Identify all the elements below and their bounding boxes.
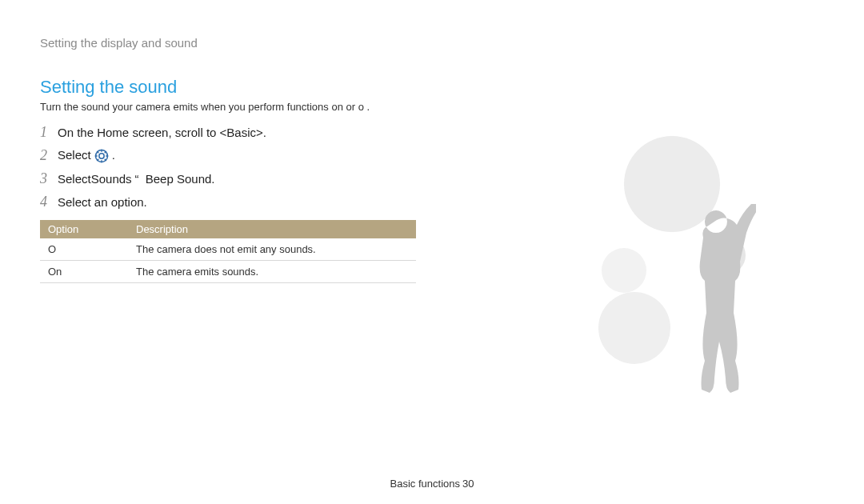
table-row: On The camera emits sounds. bbox=[40, 261, 416, 283]
step-suffix: . bbox=[112, 148, 115, 162]
cell-option: On bbox=[40, 261, 128, 283]
cell-description: The camera does not emit any sounds. bbox=[128, 238, 416, 261]
step-text: SelectSounds“ Beep Sound. bbox=[58, 172, 215, 186]
step-suffix: . bbox=[211, 172, 214, 186]
step-mid-b: Beep Sound bbox=[146, 172, 212, 186]
breadcrumb: Setting the display and sound bbox=[40, 36, 824, 50]
step-prefix: Select bbox=[58, 172, 91, 186]
table-header-option: Option bbox=[40, 220, 128, 238]
page-footer: Basic functions30 bbox=[0, 478, 864, 490]
table-header-description: Description bbox=[128, 220, 416, 238]
step-text: On the Home screen, scroll to <Basic>. bbox=[58, 126, 266, 139]
settings-icon bbox=[94, 149, 109, 163]
options-table: Option Description O The camera does not… bbox=[40, 220, 416, 283]
step-number: 1 bbox=[40, 124, 58, 141]
svg-point-1 bbox=[99, 154, 104, 158]
step-mid-a: Sounds bbox=[91, 172, 132, 186]
step-item: 1 On the Home screen, scroll to <Basic>. bbox=[40, 124, 456, 141]
cell-description: The camera emits sounds. bbox=[128, 261, 416, 283]
arrow-icon: “ bbox=[135, 172, 139, 186]
bubble-icon bbox=[598, 292, 670, 364]
table-row: O The camera does not emit any sounds. bbox=[40, 238, 416, 261]
section-title: Setting the sound bbox=[40, 77, 824, 98]
step-text: Select. bbox=[58, 148, 115, 163]
step-number: 4 bbox=[40, 194, 58, 210]
step-list: 1 On the Home screen, scroll to <Basic>.… bbox=[40, 124, 456, 210]
page-number: 30 bbox=[462, 478, 474, 490]
footer-label: Basic functions bbox=[390, 478, 460, 490]
step-item: 3 SelectSounds“ Beep Sound. bbox=[40, 170, 456, 187]
step-prefix: Select bbox=[58, 148, 91, 162]
cell-option: O bbox=[40, 238, 128, 261]
step-number: 3 bbox=[40, 170, 58, 187]
step-text: Select an option. bbox=[58, 195, 147, 209]
section-description: Turn the sound your camera emits when yo… bbox=[40, 101, 824, 113]
step-number: 2 bbox=[40, 147, 58, 164]
step-item: 2 Select. bbox=[40, 147, 456, 164]
step-item: 4 Select an option. bbox=[40, 194, 456, 210]
